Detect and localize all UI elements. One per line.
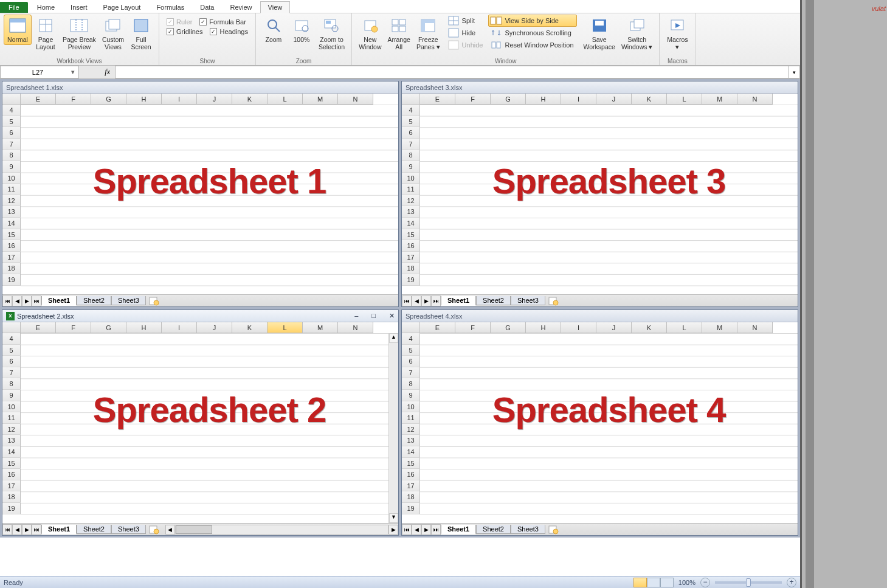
- row-header[interactable]: 18: [402, 263, 420, 274]
- row-header[interactable]: 17: [402, 480, 420, 492]
- sheet-tab[interactable]: Sheet1: [441, 525, 476, 534]
- row-header[interactable]: 5: [2, 345, 21, 356]
- horizontal-scrollbar[interactable]: ◀▶: [165, 525, 398, 534]
- sheet-nav-arrow[interactable]: ◀: [12, 524, 22, 535]
- sheet-nav-arrow[interactable]: ◀: [412, 524, 421, 535]
- column-header[interactable]: K: [632, 94, 667, 105]
- grid-area[interactable]: EFGHIJKLMN45678910111213141516171819Spre…: [2, 322, 398, 523]
- sheet-nav-arrow[interactable]: ⏮: [2, 524, 12, 535]
- cells[interactable]: Spreadsheet 1: [21, 105, 398, 294]
- page-break-status-button[interactable]: [660, 578, 674, 587]
- row-header[interactable]: 15: [402, 229, 420, 241]
- row-header[interactable]: 10: [402, 173, 420, 184]
- column-header[interactable]: N: [737, 94, 773, 105]
- column-header[interactable]: N: [737, 322, 773, 333]
- fx-button[interactable]: fx: [79, 66, 116, 78]
- row-header[interactable]: 10: [2, 401, 21, 413]
- column-header[interactable]: L: [267, 94, 303, 105]
- row-header[interactable]: 11: [402, 184, 420, 195]
- grid-area[interactable]: EFGHIJKLMN45678910111213141516171819Spre…: [2, 94, 398, 294]
- row-header[interactable]: 10: [402, 401, 420, 413]
- row-header[interactable]: 15: [2, 458, 21, 469]
- column-header[interactable]: M: [303, 94, 338, 105]
- column-header[interactable]: I: [561, 322, 596, 333]
- row-header[interactable]: 11: [402, 412, 420, 424]
- select-all-corner[interactable]: [402, 322, 420, 333]
- workbook-window[interactable]: Spreadsheet 3.xlsxEFGHIJKLMN456789101112…: [401, 81, 798, 307]
- close-icon[interactable]: ✕: [389, 312, 395, 320]
- column-header[interactable]: J: [197, 322, 232, 333]
- workbook-titlebar[interactable]: Spreadsheet 4.xlsx: [402, 310, 798, 322]
- switch-windows-button[interactable]: Switch Windows ▾: [618, 15, 656, 52]
- save-workspace-button[interactable]: Save Workspace: [581, 15, 618, 52]
- column-header[interactable]: G: [491, 322, 526, 333]
- split-button[interactable]: Split: [446, 15, 486, 27]
- column-header[interactable]: K: [232, 322, 267, 333]
- row-header[interactable]: 19: [2, 503, 21, 514]
- row-header[interactable]: 5: [402, 116, 420, 128]
- sheet-tab[interactable]: Sheet2: [476, 296, 511, 305]
- row-header[interactable]: 4: [2, 333, 21, 345]
- full-screen-button[interactable]: Full Screen: [127, 15, 155, 52]
- row-header[interactable]: 5: [402, 345, 420, 356]
- page-layout-status-button[interactable]: [647, 578, 660, 587]
- row-header[interactable]: 16: [402, 240, 420, 252]
- zoom-out-button[interactable]: −: [700, 578, 710, 587]
- column-header[interactable]: G: [91, 94, 126, 105]
- row-header[interactable]: 13: [402, 435, 420, 446]
- workbook-titlebar[interactable]: XSpreadsheet 2.xlsx–□✕: [2, 310, 398, 322]
- column-header[interactable]: F: [455, 94, 491, 105]
- zoom-slider[interactable]: [715, 581, 782, 584]
- tab-insert[interactable]: Insert: [63, 1, 95, 13]
- new-sheet-icon[interactable]: [148, 296, 159, 306]
- row-header[interactable]: 16: [402, 469, 420, 480]
- row-header[interactable]: 11: [2, 184, 21, 195]
- column-header[interactable]: M: [702, 322, 737, 333]
- sheet-tab[interactable]: Sheet3: [111, 525, 146, 534]
- sheet-nav-arrow[interactable]: ▶: [22, 296, 32, 306]
- column-header[interactable]: F: [455, 322, 491, 333]
- maximize-icon[interactable]: □: [371, 312, 376, 320]
- row-header[interactable]: 19: [402, 274, 420, 286]
- tab-data[interactable]: Data: [192, 1, 222, 13]
- row-header[interactable]: 15: [2, 229, 21, 241]
- row-header[interactable]: 9: [402, 161, 420, 173]
- new-sheet-icon[interactable]: [148, 525, 159, 534]
- row-header[interactable]: 17: [2, 252, 21, 263]
- row-header[interactable]: 6: [2, 356, 21, 367]
- arrange-all-button[interactable]: Arrange All: [385, 15, 413, 52]
- row-header[interactable]: 14: [2, 218, 21, 229]
- sheet-nav-arrow[interactable]: ⏭: [431, 524, 441, 535]
- macros-button[interactable]: Macros▾: [663, 15, 691, 52]
- sheet-tab[interactable]: Sheet2: [77, 296, 111, 305]
- synchronous-scrolling-button[interactable]: Synchronous Scrolling: [488, 27, 576, 39]
- tab-home[interactable]: Home: [29, 1, 63, 13]
- new-sheet-icon[interactable]: [548, 525, 559, 534]
- zoom-100-button[interactable]: 100%: [288, 15, 316, 45]
- normal-view-status-button[interactable]: [633, 578, 647, 587]
- row-header[interactable]: 6: [402, 356, 420, 367]
- name-box[interactable]: L27▾: [0, 66, 79, 78]
- sheet-nav-arrow[interactable]: ⏮: [2, 296, 12, 306]
- row-header[interactable]: 18: [402, 491, 420, 503]
- page-layout-button[interactable]: Page Layout: [32, 15, 60, 52]
- row-header[interactable]: 12: [402, 424, 420, 435]
- column-header[interactable]: J: [596, 322, 632, 333]
- sheet-tab[interactable]: Sheet3: [511, 296, 545, 305]
- tab-file[interactable]: File: [0, 2, 28, 13]
- workbook-titlebar[interactable]: Spreadsheet 1.xlsx: [2, 81, 398, 94]
- formula-input[interactable]: [116, 66, 789, 78]
- tab-review[interactable]: Review: [222, 1, 260, 13]
- tab-formulas[interactable]: Formulas: [148, 1, 192, 13]
- column-header[interactable]: F: [56, 322, 91, 333]
- column-header[interactable]: I: [561, 94, 596, 105]
- column-header[interactable]: M: [303, 322, 338, 333]
- row-header[interactable]: 16: [2, 240, 21, 252]
- headings-checkbox[interactable]: ✓Headings: [210, 28, 247, 35]
- normal-view-button[interactable]: Normal: [4, 15, 32, 45]
- workbook-titlebar[interactable]: Spreadsheet 3.xlsx: [402, 81, 798, 94]
- row-header[interactable]: 6: [402, 127, 420, 139]
- sheet-tab[interactable]: Sheet2: [476, 525, 511, 534]
- column-header[interactable]: L: [667, 94, 702, 105]
- select-all-corner[interactable]: [2, 94, 21, 105]
